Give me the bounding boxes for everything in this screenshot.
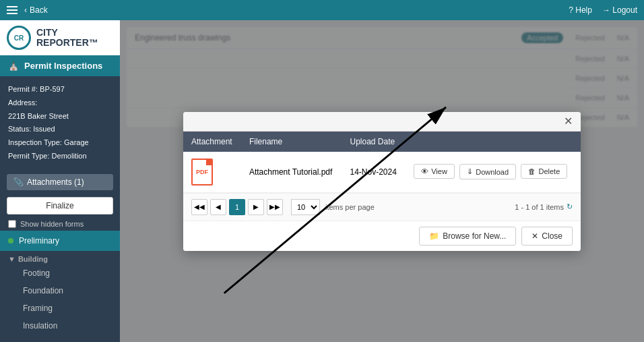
finalize-button[interactable]: Finalize [7,197,113,215]
status-label: Status: [8,125,31,133]
view-button[interactable]: 👁 View [414,164,455,179]
logo-icon: CR [7,26,31,50]
building-icon: ⛪ [8,61,19,71]
x-icon: ✕ [532,231,538,241]
inspection-type-label: Inspection Type: [8,138,62,146]
col-attachment: Attachment [183,132,241,152]
folder-icon: 📁 [429,231,439,241]
sidebar: CR CITY REPORTER™ ⛪ Permit Inspections P… [0,20,120,342]
permit-number: BP-597 [40,85,65,93]
col-upload-date: Upload Date [342,132,406,152]
logout-link[interactable]: → Logout [602,5,637,15]
permit-info: Permit #: BP-597 Address: 221B Baker Str… [0,76,120,170]
logout-icon: → [602,5,610,15]
show-hidden-checkbox[interactable] [8,220,16,228]
modal-overlay: ✕ Attachment Filename Upload Date [120,20,644,342]
pdf-icon: PDF [191,159,213,186]
refresh-icon[interactable]: ↻ [567,202,573,211]
help-icon: ? [569,5,573,15]
main-layout: CR CITY REPORTER™ ⛪ Permit Inspections P… [0,20,644,342]
top-bar-left: ‹ Back [7,5,48,15]
pagination: ◀◀ ◀ 1 ▶ ▶▶ 10 25 50 items per page 1 - … [183,193,581,221]
attachments-modal: ✕ Attachment Filename Upload Date [183,112,581,251]
address-label: Address: [8,98,37,107]
permit-type-value: Demolition [52,152,87,160]
modal-close-bar: ✕ [183,112,581,132]
section-title: ⛪ Permit Inspections [0,55,120,76]
show-hidden-label: Show hidden forms [20,220,84,228]
attachments-table: Attachment Filename Upload Date PDF Atta… [183,132,581,193]
per-page-select[interactable]: 10 25 50 [291,199,320,215]
first-page-button[interactable]: ◀◀ [191,199,207,215]
upload-date-cell: 14-Nov-2024 [342,152,406,193]
address-value: 221B Baker Street [8,112,69,120]
logo-text: CITY REPORTER™ [36,28,98,49]
attachment-icon-cell: PDF [183,152,241,193]
download-icon: ⇓ [467,167,473,176]
actions-cell: 👁 View ⇓ Download 🗑 Delete [406,152,581,193]
prev-page-button[interactable]: ◀ [210,199,226,215]
top-bar: ‹ Back ? Help → Logout [0,0,644,20]
sidebar-item-framing[interactable]: Framing [0,300,120,317]
back-label: Back [30,5,48,15]
page-1-button[interactable]: 1 [229,199,245,215]
col-filename: Filename [241,132,342,152]
hamburger-icon[interactable] [7,6,18,14]
logout-label: Logout [612,5,637,15]
next-page-button[interactable]: ▶ [248,199,264,215]
sidebar-group-building: ▼ Building [0,251,120,264]
chevron-left-icon: ‹ [24,5,27,15]
help-link[interactable]: ? Help [569,5,592,15]
top-bar-right: ? Help → Logout [569,5,637,15]
paperclip-icon: 📎 [13,177,24,187]
trash-icon: 🗑 [528,167,536,175]
sidebar-item-preliminary[interactable]: Preliminary [0,231,120,251]
col-actions [406,132,581,152]
sidebar-item-footing[interactable]: Footing [0,264,120,282]
permit-number-label: Permit #: [8,85,38,93]
attachments-button[interactable]: 📎 Attachments (1) [7,174,113,190]
content-area: Engineered truss drawings Accepted Rejec… [120,20,644,342]
items-count: 1 - 1 of 1 items ↻ [515,202,573,211]
eye-icon: 👁 [421,167,428,175]
per-page-label: items per page [325,203,375,211]
sidebar-item-foundation[interactable]: Foundation [0,282,120,300]
chevron-down-icon: ▼ [8,255,15,263]
inspection-type-value: Garage [64,138,89,146]
table-row: PDF Attachment Tutorial.pdf 14-Nov-2024 … [183,152,581,193]
status-value: Issued [33,125,55,133]
help-label: Help [575,5,592,15]
show-hidden-forms[interactable]: Show hidden forms [0,217,120,231]
permit-type-label: Permit Type: [8,152,50,160]
sidebar-logo: CR CITY REPORTER™ [0,20,120,55]
modal-footer: 📁 Browse for New... ✕ Close [183,221,581,251]
delete-button[interactable]: 🗑 Delete [521,164,567,179]
active-dot-icon [8,238,13,244]
last-page-button[interactable]: ▶▶ [267,199,283,215]
download-button[interactable]: ⇓ Download [459,164,516,179]
modal-close-button[interactable]: ✕ [561,116,575,127]
browse-for-new-button[interactable]: 📁 Browse for New... [419,227,516,246]
back-button[interactable]: ‹ Back [24,5,48,15]
close-button[interactable]: ✕ Close [521,227,573,246]
filename-cell: Attachment Tutorial.pdf [241,152,342,193]
sidebar-item-insulation[interactable]: Insulation [0,317,120,335]
